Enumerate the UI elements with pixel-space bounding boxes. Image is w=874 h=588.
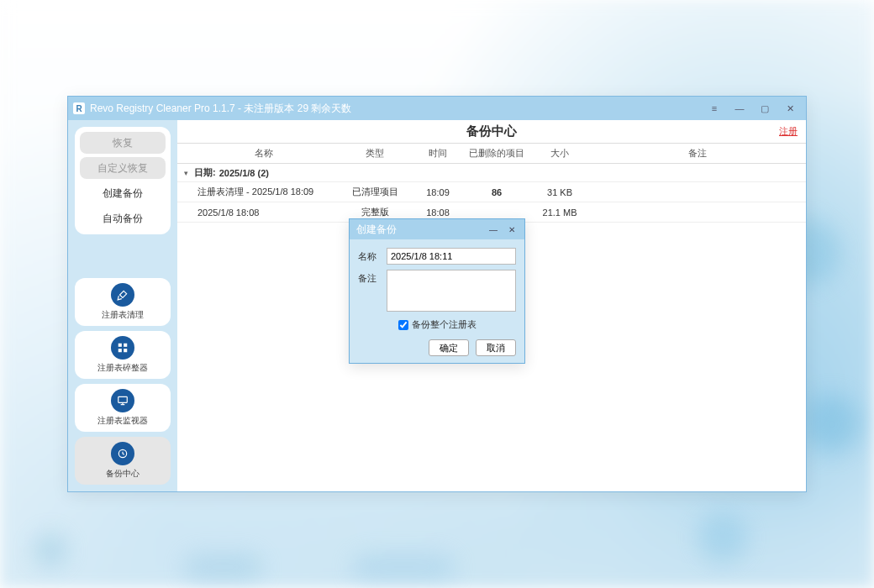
- checkbox-label: 备份整个注册表: [412, 318, 476, 331]
- close-button[interactable]: ✕: [777, 99, 803, 118]
- cell-size: 31 KB: [530, 187, 589, 197]
- bg-decor: [353, 554, 454, 580]
- custom-restore-button[interactable]: 自定义恢复: [80, 157, 166, 179]
- group-label-prefix: 日期:: [194, 166, 216, 179]
- cell-type: 完整版: [337, 206, 413, 218]
- auto-backup-button[interactable]: 自动备份: [80, 207, 166, 229]
- main-header: 备份中心 注册: [177, 120, 806, 144]
- group-label-value: 2025/1/8 (2): [219, 168, 269, 178]
- cancel-button[interactable]: 取消: [476, 339, 516, 356]
- titlebar[interactable]: R Revo Registry Cleaner Pro 1.1.7 - 未注册版…: [68, 97, 806, 120]
- bg-decor: [698, 512, 748, 563]
- nav-registry-defrag[interactable]: 注册表碎整器: [75, 331, 171, 379]
- svg-rect-1: [124, 344, 127, 347]
- svg-rect-2: [118, 349, 122, 352]
- monitor-icon: [111, 389, 134, 412]
- chevron-down-icon[interactable]: ▾: [181, 169, 191, 177]
- bg-decor: [803, 395, 861, 454]
- broom-icon: [111, 283, 134, 307]
- cell-time: 18:09: [413, 187, 463, 197]
- dialog-minimize-button[interactable]: —: [484, 222, 503, 237]
- dialog-title: 创建备份: [356, 223, 484, 237]
- minimize-button[interactable]: —: [727, 99, 752, 118]
- cell-deleted: 86: [463, 187, 530, 197]
- app-window: R Revo Registry Cleaner Pro 1.1.7 - 未注册版…: [67, 96, 807, 492]
- col-size[interactable]: 大小: [530, 147, 589, 160]
- dialog-close-button[interactable]: ✕: [503, 222, 521, 237]
- cell-type: 已清理项目: [337, 186, 413, 198]
- name-label: 名称: [358, 248, 380, 263]
- note-label: 备注: [358, 270, 380, 285]
- defrag-icon: [111, 336, 134, 360]
- sidebar-actions: 恢复 自定义恢复 创建备份 自动备份: [75, 127, 171, 234]
- table-row[interactable]: 注册表清理 - 2025/1/8 18:09 已清理项目 18:09 86 31…: [177, 182, 806, 202]
- sidebar-nav: 注册表清理 注册表碎整器 注册表监视器: [75, 278, 171, 485]
- nav-registry-monitor[interactable]: 注册表监视器: [75, 384, 171, 432]
- settings-icon[interactable]: ≡: [702, 99, 727, 118]
- nav-label: 注册表清理: [102, 309, 144, 321]
- ok-button[interactable]: 确定: [429, 339, 469, 356]
- cell-name: 2025/1/8 18:08: [177, 207, 337, 218]
- nav-label: 注册表监视器: [97, 415, 148, 427]
- nav-registry-cleaner[interactable]: 注册表清理: [75, 278, 171, 326]
- create-backup-button[interactable]: 创建备份: [80, 182, 166, 204]
- dialog-titlebar[interactable]: 创建备份 — ✕: [350, 219, 524, 239]
- col-deleted[interactable]: 已删除的项目: [463, 147, 530, 160]
- cell-size: 21.1 MB: [530, 207, 589, 218]
- nav-label: 备份中心: [106, 468, 140, 480]
- create-backup-dialog: 创建备份 — ✕ 名称 备注 备份整个注册表 确定 取消: [349, 218, 525, 364]
- nav-label: 注册表碎整器: [97, 362, 148, 374]
- col-time[interactable]: 时间: [413, 147, 463, 160]
- maximize-button[interactable]: ▢: [752, 99, 777, 118]
- cell-time: 18:08: [413, 207, 463, 218]
- backup-icon: [111, 442, 134, 465]
- bg-decor: [34, 533, 67, 567]
- svg-rect-0: [118, 344, 122, 347]
- group-row[interactable]: ▾ 日期: 2025/1/8 (2): [177, 164, 806, 182]
- svg-rect-4: [118, 396, 128, 402]
- page-title: 备份中心: [466, 123, 517, 139]
- dialog-body: 名称 备注 备份整个注册表 确定 取消: [350, 239, 524, 363]
- bg-decor: [185, 554, 261, 580]
- nav-backup-center[interactable]: 备份中心: [75, 437, 171, 485]
- col-type[interactable]: 类型: [337, 147, 413, 160]
- register-link[interactable]: 注册: [779, 125, 798, 138]
- app-icon: R: [73, 102, 85, 114]
- backup-full-checkbox[interactable]: [398, 320, 408, 330]
- cell-name: 注册表清理 - 2025/1/8 18:09: [177, 186, 337, 198]
- restore-button[interactable]: 恢复: [80, 132, 166, 154]
- sidebar: 恢复 自定义恢复 创建备份 自动备份 注册表清理 注册表碎整器: [68, 120, 177, 491]
- note-textarea[interactable]: [387, 270, 516, 312]
- svg-rect-3: [124, 349, 127, 352]
- col-note[interactable]: 备注: [589, 147, 806, 160]
- col-name[interactable]: 名称: [177, 147, 337, 160]
- name-input[interactable]: [387, 248, 516, 265]
- table-header: 名称 类型 时间 已删除的项目 大小 备注: [177, 144, 806, 164]
- window-title: Revo Registry Cleaner Pro 1.1.7 - 未注册版本 …: [90, 102, 702, 116]
